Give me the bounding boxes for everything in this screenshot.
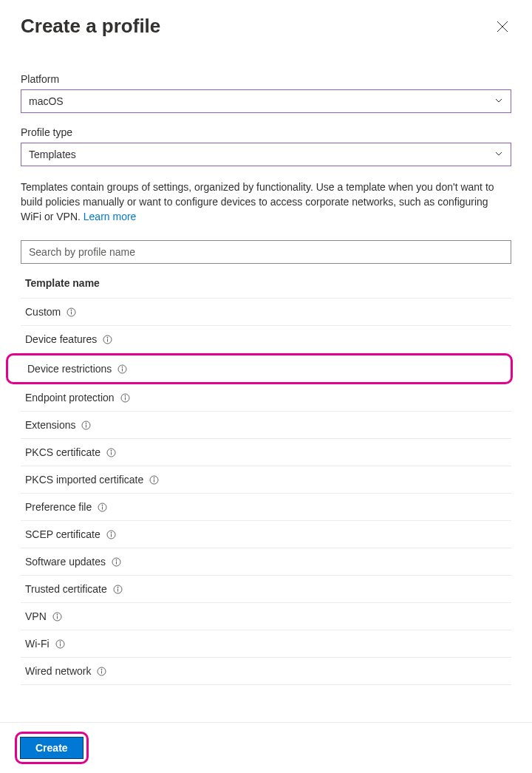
template-item[interactable]: PKCS imported certificate — [21, 466, 511, 494]
template-item[interactable]: PKCS certificate — [21, 439, 511, 466]
template-item-label: Preference file — [25, 501, 92, 513]
template-item[interactable]: Custom — [21, 299, 511, 326]
profile-type-field: Profile type Templates — [21, 126, 511, 166]
panel-header: Create a profile — [21, 15, 511, 38]
profile-type-label: Profile type — [21, 126, 511, 138]
template-item[interactable]: Preference file — [21, 494, 511, 521]
template-item-label: PKCS imported certificate — [25, 474, 143, 486]
svg-point-19 — [111, 450, 112, 451]
info-icon[interactable] — [98, 503, 107, 512]
template-item[interactable]: Device features — [21, 326, 511, 353]
info-icon[interactable] — [113, 585, 123, 594]
profile-type-value: Templates — [29, 149, 76, 160]
svg-point-16 — [86, 423, 86, 423]
template-item-label: Endpoint protection — [25, 392, 115, 403]
template-item[interactable]: Wired network — [21, 658, 511, 685]
info-icon[interactable] — [55, 639, 65, 649]
svg-point-34 — [117, 587, 118, 588]
close-icon — [497, 24, 508, 35]
template-item[interactable]: SCEP certificate — [21, 521, 511, 548]
info-icon[interactable] — [117, 364, 127, 374]
info-icon[interactable] — [106, 448, 116, 457]
chevron-down-icon — [494, 95, 503, 107]
template-item-label: Wired network — [25, 665, 91, 677]
create-button-highlight: Create — [15, 732, 89, 764]
info-icon[interactable] — [149, 475, 159, 485]
svg-point-31 — [116, 559, 117, 560]
template-item-label: VPN — [25, 610, 47, 622]
template-item-label: Wi-Fi — [25, 638, 50, 650]
template-item-label: Software updates — [25, 556, 106, 568]
platform-value: macOS — [29, 95, 64, 107]
svg-point-7 — [107, 337, 108, 338]
svg-point-37 — [57, 614, 58, 615]
template-item-label: PKCS certificate — [25, 446, 100, 458]
info-icon[interactable] — [112, 557, 121, 567]
template-item-label: Extensions — [25, 419, 75, 431]
profile-type-dropdown[interactable]: Templates — [21, 143, 511, 166]
platform-field: Platform macOS — [21, 73, 511, 113]
svg-point-43 — [101, 669, 102, 670]
template-item-label: Trusted certificate — [25, 583, 107, 595]
template-item-label: SCEP certificate — [25, 528, 100, 540]
template-item-label: Device restrictions — [27, 363, 112, 375]
template-item-label: Device features — [25, 333, 97, 345]
svg-point-22 — [154, 477, 154, 478]
info-icon[interactable] — [103, 335, 112, 344]
table-header: Template name — [21, 271, 511, 299]
templates-description: Templates contain groups of settings, or… — [21, 180, 511, 224]
template-item[interactable]: Software updates — [21, 548, 511, 576]
search-input[interactable] — [21, 240, 511, 264]
platform-dropdown[interactable]: macOS — [21, 89, 511, 113]
svg-point-13 — [125, 395, 126, 396]
info-icon[interactable] — [66, 307, 76, 317]
platform-label: Platform — [21, 73, 511, 85]
chevron-down-icon — [494, 149, 503, 160]
template-item[interactable]: Trusted certificate — [21, 576, 511, 603]
learn-more-link[interactable]: Learn more — [83, 211, 137, 222]
svg-point-10 — [122, 367, 123, 367]
info-icon[interactable] — [81, 420, 91, 430]
template-item-label: Custom — [25, 306, 61, 318]
info-icon[interactable] — [52, 612, 62, 622]
svg-point-28 — [111, 532, 112, 533]
footer: Create — [0, 722, 532, 773]
info-icon[interactable] — [106, 530, 116, 539]
info-icon[interactable] — [120, 393, 130, 403]
close-button[interactable] — [494, 18, 511, 38]
svg-point-25 — [102, 505, 103, 505]
svg-point-4 — [71, 310, 72, 310]
template-item[interactable]: VPN — [21, 603, 511, 630]
template-item[interactable]: Wi-Fi — [21, 630, 511, 658]
template-item[interactable]: Device restrictions — [6, 353, 513, 384]
svg-point-40 — [60, 641, 61, 642]
template-item[interactable]: Endpoint protection — [21, 384, 511, 412]
template-item[interactable]: Extensions — [21, 412, 511, 439]
create-button[interactable]: Create — [20, 737, 83, 759]
template-list: CustomDevice featuresDevice restrictions… — [21, 299, 511, 685]
page-title: Create a profile — [21, 15, 160, 38]
info-icon[interactable] — [97, 667, 106, 676]
